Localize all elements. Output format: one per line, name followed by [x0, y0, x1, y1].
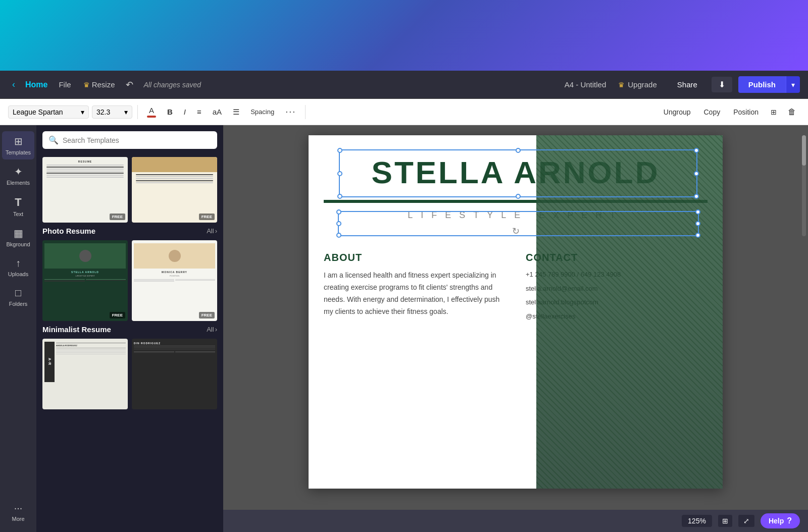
grid-view-toggle[interactable]: ⊞	[718, 515, 732, 527]
minimalist-all-chevron-icon: ›	[215, 326, 217, 333]
publish-dropdown-button[interactable]: ▾	[786, 76, 800, 93]
minimalist-resume-title: Minimalist Resume	[42, 325, 111, 334]
position-button[interactable]: Position	[728, 106, 764, 118]
copy-button[interactable]: Copy	[699, 106, 726, 118]
all-chevron-icon: ›	[215, 227, 217, 235]
template-monica-berry[interactable]: MONICA BERRY POSITION FR	[132, 240, 217, 321]
upgrade-crown-icon: ♛	[618, 81, 625, 89]
photo-resume-title: Photo Resume	[42, 227, 95, 235]
fullscreen-button[interactable]: ⤢	[738, 515, 754, 527]
uploads-icon: ↑	[16, 257, 21, 269]
sidebar-item-templates[interactable]: ⊞ Templates	[2, 131, 34, 159]
scrollbar-thumb[interactable]	[802, 135, 806, 166]
italic-button[interactable]: I	[180, 105, 190, 118]
bottom-bar: 125% ⊞ ⤢ Help ?	[223, 510, 808, 532]
bold-button[interactable]: B	[163, 105, 177, 118]
background-icon: ▦	[14, 227, 23, 239]
crown-icon: ♛	[83, 81, 90, 89]
aa-button[interactable]: aA	[209, 105, 226, 118]
free-badge-2: FREE	[199, 214, 215, 220]
resize-button[interactable]: ♛ Resize	[78, 78, 120, 91]
templates-icon: ⊞	[14, 135, 23, 147]
toolbar-right: Ungroup Copy Position ⊞ 🗑	[659, 105, 800, 119]
photo-resume-section-header: Photo Resume All ›	[42, 227, 217, 235]
photo-resume-templates: STELLA ARNOLD LIFESTYLE EXPERT	[42, 240, 217, 321]
vertical-scrollbar[interactable]	[802, 135, 806, 236]
search-input[interactable]	[63, 136, 211, 144]
home-button[interactable]: Home	[21, 78, 52, 91]
more-icon: ···	[14, 502, 23, 514]
font-selector[interactable]: League Spartan ▾	[8, 105, 89, 119]
about-column: ABOUT I am a licensed health and fitness…	[324, 252, 506, 325]
upgrade-button[interactable]: ♛ Upgrade	[612, 77, 663, 92]
top-gradient-bar	[0, 0, 808, 71]
help-button[interactable]: Help ?	[761, 513, 800, 528]
canvas-bg-pattern	[536, 135, 723, 489]
template-stella-arnold[interactable]: STELLA ARNOLD LIFESTYLE EXPERT	[42, 240, 128, 321]
delete-button[interactable]: 🗑	[784, 105, 800, 119]
toolbar-separator-2	[305, 105, 306, 119]
sidebar-item-more[interactable]: ··· More	[2, 498, 34, 526]
sidebar-item-background[interactable]: ▦ Bkground	[2, 223, 34, 251]
monica-free-badge: FREE	[199, 312, 215, 318]
text-icon: T	[15, 196, 21, 209]
about-title[interactable]: ABOUT	[324, 252, 506, 263]
template-angela[interactable]: A·R ANGELA RODRIGUEZ	[42, 339, 128, 409]
sidebar-item-text[interactable]: T Text	[2, 192, 34, 221]
stella-free-badge: FREE	[110, 312, 125, 318]
undo-button[interactable]: ↶	[122, 77, 137, 92]
zoom-level[interactable]: 125%	[682, 515, 712, 527]
free-badge: FREE	[110, 214, 125, 220]
toolbar-separator	[137, 105, 138, 119]
search-bar[interactable]: 🔍	[42, 131, 217, 149]
menu-bar: ‹ Home File ♛ Resize ↶ All changes saved…	[0, 71, 808, 99]
view-toggle: ⊞	[718, 515, 732, 527]
sidebar-item-elements[interactable]: ✦ Elements	[2, 162, 34, 190]
list-button[interactable]: ☰	[229, 105, 243, 119]
templates-panel: 🔍 RESUME FREE	[36, 125, 223, 532]
align-button[interactable]: ≡	[193, 105, 206, 118]
saved-status: All changes saved	[143, 81, 201, 89]
share-button[interactable]: Share	[669, 77, 705, 92]
toolbar: League Spartan ▾ 32.3 ▾ A B I ≡ aA ☰ Spa…	[0, 99, 808, 125]
sidebar: ⊞ Templates ✦ Elements T Text ▦ Bkground…	[0, 125, 36, 532]
publish-button[interactable]: Publish	[738, 76, 786, 93]
folders-icon: □	[15, 287, 21, 299]
about-text[interactable]: I am a licensed health and fitness exper…	[324, 270, 506, 317]
size-dropdown-icon: ▾	[124, 108, 128, 116]
canvas-area: STELLA ARNOLD LIFESTYLE EXPERT ↻ ABOUT I…	[223, 125, 808, 532]
main-layout: ⊞ Templates ✦ Elements T Text ▦ Bkground…	[0, 125, 808, 532]
font-size-selector[interactable]: 32.3 ▾	[92, 105, 132, 119]
publish-button-group: Publish ▾	[738, 76, 800, 93]
spacing-button[interactable]: Spacing	[246, 106, 278, 118]
back-chevron-button[interactable]: ‹	[8, 77, 19, 92]
more-options-button[interactable]: ···	[281, 104, 300, 119]
top-templates-row: RESUME FREE	[42, 157, 217, 223]
menu-bar-left: ‹ Home File ♛ Resize ↶ All changes saved	[8, 77, 201, 92]
template-card-1[interactable]: FREE	[132, 157, 217, 223]
search-icon: 🔍	[48, 135, 59, 145]
ungroup-button[interactable]: Ungroup	[659, 106, 696, 118]
text-color-button[interactable]: A	[143, 104, 160, 120]
menu-bar-right: A4 - Untitled ♛ Upgrade Share ⬇ Publish …	[565, 76, 800, 93]
canvas-page: STELLA ARNOLD LIFESTYLE EXPERT ↻ ABOUT I…	[309, 135, 723, 489]
sidebar-item-folders[interactable]: □ Folders	[2, 283, 34, 311]
photo-resume-all-link[interactable]: All ›	[207, 227, 217, 235]
font-dropdown-icon: ▾	[81, 108, 84, 116]
download-button[interactable]: ⬇	[712, 77, 732, 92]
minimalist-resume-templates: A·R ANGELA RODRIGUEZ DIN RODRIGUEZ	[42, 339, 217, 409]
template-din[interactable]: DIN RODRIGUEZ	[132, 339, 217, 409]
elements-icon: ✦	[14, 166, 23, 178]
text-color-indicator	[147, 116, 156, 118]
document-title: A4 - Untitled	[565, 80, 607, 89]
minimalist-resume-all-link[interactable]: All ›	[207, 326, 217, 333]
minimalist-resume-section-header: Minimalist Resume All ›	[42, 325, 217, 334]
sidebar-item-uploads[interactable]: ↑ Uploads	[2, 253, 34, 281]
grid-view-button[interactable]: ⊞	[767, 106, 781, 118]
file-menu-button[interactable]: File	[54, 78, 76, 91]
template-card-0[interactable]: RESUME FREE	[42, 157, 128, 223]
question-icon: ?	[787, 516, 792, 525]
